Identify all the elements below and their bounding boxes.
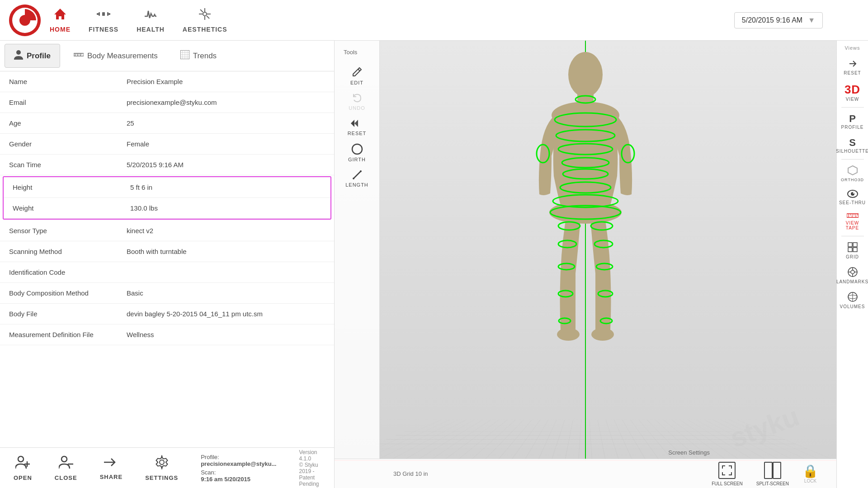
date-selector[interactable]: 5/20/2015 9:16 AM ▼	[734, 12, 823, 28]
full-screen-button[interactable]: FULL SCREEN	[712, 461, 743, 486]
profile-field-value: precisionexample@styku.com	[127, 99, 217, 106]
svg-rect-7	[107, 12, 108, 16]
length-label: LENGTH	[345, 182, 368, 188]
profile-row-9: Identification Code	[0, 262, 334, 283]
nav-health[interactable]: HEALTH	[137, 7, 165, 33]
reset-icon	[351, 118, 363, 131]
profile-tab-icon	[14, 50, 23, 62]
view-3d-label: 3D	[844, 83, 860, 97]
3d-view[interactable]: styku Tools EDIT UNDO RESET	[335, 41, 836, 488]
tab-body-measurements[interactable]: Body Measurements	[65, 45, 167, 66]
share-button[interactable]: SHARE	[100, 456, 123, 480]
view-tape-label: VIEW TAPE	[839, 221, 866, 230]
footer-version-info: Version 4.1.0 © Styku 2019 - Patent Pend…	[299, 449, 321, 487]
view-see-thru[interactable]: SEE-THRU	[837, 186, 868, 209]
tool-length[interactable]: LENGTH	[339, 166, 375, 191]
split-screen-button[interactable]: SPLIT-SCREEN	[756, 461, 789, 486]
sidebar-divider-1	[841, 107, 864, 108]
footer-scan-date: 9:16 am 5/20/2015	[201, 476, 250, 483]
lock-label: LOCK	[804, 479, 816, 483]
svg-point-16	[16, 50, 21, 55]
open-button[interactable]: OPEN	[14, 455, 32, 481]
screen-settings-label: Screen Settings	[668, 449, 710, 456]
view-3d-sublabel: VIEW	[846, 97, 859, 102]
view-see-thru-label: SEE-THRU	[839, 200, 866, 205]
tool-reset[interactable]: RESET	[339, 114, 375, 140]
left-panel: Profile Body Measurements Trends Name Pr…	[0, 41, 335, 488]
view-profile[interactable]: P PROFILE	[837, 109, 868, 133]
close-icon	[59, 455, 73, 473]
view-silhouette[interactable]: S SILHOUETTE	[837, 133, 868, 157]
health-icon	[144, 7, 157, 24]
svg-rect-4	[102, 12, 105, 16]
tool-girth[interactable]: GIRTH	[339, 140, 375, 166]
view-reset[interactable]: RESET	[837, 55, 868, 79]
profile-field-value: Female	[127, 140, 149, 148]
tool-edit[interactable]: EDIT	[339, 63, 375, 89]
view-ortho[interactable]: ORTHO3D	[837, 161, 868, 186]
nav-home[interactable]: HOME	[50, 7, 71, 33]
profile-field-label: Scanning Method	[9, 248, 127, 255]
svg-point-31	[18, 456, 24, 462]
settings-label: SETTINGS	[145, 474, 178, 481]
svg-rect-86	[853, 248, 857, 252]
svg-line-15	[207, 16, 209, 19]
grid-info-text: 3D Grid 10 in	[393, 470, 428, 477]
view-3d[interactable]: 3D VIEW	[837, 79, 868, 105]
view-grid[interactable]: GRID	[837, 238, 868, 263]
view-reset-label: RESET	[844, 70, 861, 75]
nav-fitness-label: FITNESS	[89, 26, 118, 33]
tools-panel: Tools EDIT UNDO RESET	[335, 41, 380, 459]
svg-rect-5	[97, 13, 99, 15]
view-landmarks-icon	[847, 267, 858, 279]
tab-trends[interactable]: Trends	[171, 45, 226, 67]
profile-field-value: Basic	[127, 289, 143, 297]
top-navigation: HOME FITNESS HEALTH AESTHETICS 5/20/2015…	[0, 0, 868, 41]
lock-button[interactable]: 🔒 LOCK	[802, 464, 818, 483]
full-screen-icon	[718, 461, 736, 481]
footer-scan-info: Profile: precisionexample@styku... Scan:…	[201, 454, 276, 483]
split-screen-label: SPLIT-SCREEN	[756, 481, 789, 486]
app-logo[interactable]	[9, 5, 41, 36]
svg-line-14	[200, 9, 203, 12]
view-ortho-icon	[847, 165, 858, 178]
svg-rect-70	[719, 462, 735, 479]
date-dropdown-icon: ▼	[808, 16, 815, 24]
profile-field-value: 130.0 lbs	[130, 204, 158, 212]
measurements-tab-icon	[74, 51, 84, 61]
view-tape[interactable]: VIEW TAPE	[837, 209, 868, 234]
view-grid-label: GRID	[846, 254, 859, 259]
tab-trends-label: Trends	[193, 52, 217, 61]
profile-field-label: Measurement Definition File	[9, 331, 127, 338]
reset-label: RESET	[348, 131, 367, 136]
view-tape-icon	[847, 212, 859, 221]
undo-label: UNDO	[349, 105, 365, 111]
tab-measurements-label: Body Measurements	[87, 52, 158, 61]
profile-data-table: Name Precision Example Email precisionex…	[0, 71, 334, 447]
tab-profile[interactable]: Profile	[5, 44, 60, 68]
nav-home-label: HOME	[50, 26, 71, 33]
nav-fitness[interactable]: FITNESS	[89, 7, 118, 33]
nav-aesthetics[interactable]: AESTHETICS	[183, 7, 227, 33]
tool-undo[interactable]: UNDO	[339, 89, 375, 114]
view-landmarks[interactable]: LANDMARKS	[837, 263, 868, 288]
undo-icon	[352, 93, 363, 105]
close-button[interactable]: CLOSE	[55, 455, 77, 481]
profile-row-0: Name Precision Example	[0, 71, 334, 92]
settings-button[interactable]: SETTINGS	[145, 455, 178, 481]
svg-point-68	[353, 178, 354, 179]
screen-settings-bar: Screen Settings 3D Grid 10 in FULL SCREE…	[335, 459, 836, 488]
view-volumes[interactable]: VOLUMES	[837, 288, 868, 313]
profile-field-value: 5/20/2015 9:16 AM	[127, 161, 184, 169]
svg-point-42	[557, 328, 580, 341]
view-silhouette-icon: S	[849, 137, 856, 149]
views-title: Views	[844, 45, 860, 51]
view-see-thru-icon	[847, 189, 858, 200]
nav-aesthetics-label: AESTHETICS	[183, 26, 227, 33]
edit-label: EDIT	[350, 80, 363, 85]
length-icon	[352, 169, 363, 182]
svg-point-34	[61, 456, 67, 462]
edit-icon	[352, 66, 363, 80]
profile-field-label: Height	[13, 183, 130, 191]
view-profile-label: PROFILE	[841, 125, 864, 130]
